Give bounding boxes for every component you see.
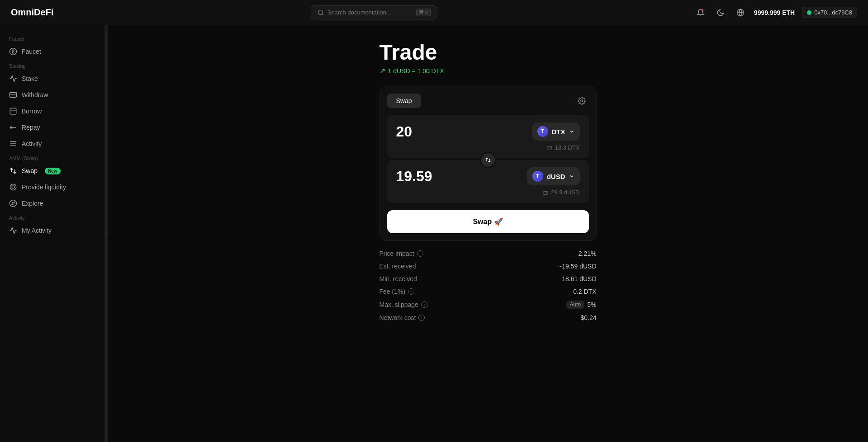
wallet-badge[interactable]: 0x70...dc79C8 — [802, 7, 857, 18]
to-amount-input[interactable]: 19.59 — [396, 168, 507, 185]
sidebar-item-borrow-label: Borrow — [22, 108, 42, 115]
sidebar-item-faucet[interactable]: Faucet — [0, 43, 104, 60]
circle-dollar-icon — [9, 47, 17, 56]
est-received-label: Est. received — [379, 263, 416, 270]
sidebar-section-staking: Staking — [0, 60, 104, 71]
wallet-balance-to-icon — [543, 190, 548, 195]
min-received-row: Min. received 18.61 dUSD — [379, 275, 597, 282]
to-token-selector[interactable]: T dUSD — [527, 167, 580, 185]
network-cost-label: Network cost i — [379, 314, 425, 321]
to-balance: 29.9 dUSD — [551, 189, 580, 196]
from-token-selector[interactable]: T DTX — [532, 122, 580, 141]
search-icon — [318, 9, 324, 16]
swap-arrows-icon — [485, 157, 491, 163]
sidebar-item-explore-label: Explore — [22, 200, 43, 207]
notification-icon[interactable] — [694, 6, 707, 19]
svg-point-0 — [318, 10, 322, 14]
sidebar-item-stake[interactable]: Stake — [0, 71, 104, 87]
gear-icon — [578, 97, 586, 105]
from-balance-row: 13.3 DTX — [396, 144, 580, 151]
sidebar-item-swap[interactable]: Swap New — [0, 163, 104, 179]
max-slippage-row: Max. slippage i Auto 5% — [379, 301, 597, 309]
max-slippage-info-icon[interactable]: i — [421, 301, 427, 308]
trade-header: Swap — [387, 94, 589, 108]
wallet-status-dot — [807, 10, 811, 15]
swap-action-button[interactable]: Swap 🚀 — [387, 210, 589, 233]
search-bar[interactable]: ⌘ k — [311, 5, 437, 19]
from-token-row: 20 T DTX — [396, 122, 580, 141]
network-cost-value: $0.24 — [580, 314, 596, 321]
from-amount-input[interactable]: 20 — [396, 123, 507, 140]
wallet-address: 0x70...dc79C8 — [814, 9, 852, 16]
sidebar-item-explore[interactable]: Explore — [0, 195, 104, 212]
fee-value: 0.2 DTX — [573, 288, 596, 295]
sidebar-section-my-activity: Activity — [0, 212, 104, 222]
svg-point-1 — [701, 9, 703, 11]
swap-tab-button[interactable]: Swap — [387, 94, 421, 108]
header: OmniDeFi ⌘ k 9999.999 ETH — [0, 0, 868, 25]
price-indicator: ↗ 1 dUSD = 1.00 DTX — [379, 66, 597, 75]
chevron-down-icon — [569, 129, 574, 134]
price-display: 1 dUSD = 1.00 DTX — [388, 67, 444, 75]
sidebar-item-my-activity[interactable]: My Activity — [0, 222, 104, 239]
borrow-icon — [9, 107, 17, 115]
main-content: Trade ↗ 1 dUSD = 1.00 DTX Swap — [108, 25, 868, 442]
network-cost-info-icon[interactable]: i — [418, 315, 425, 321]
stake-icon — [9, 75, 17, 83]
new-badge: New — [45, 168, 61, 174]
network-icon[interactable] — [734, 6, 747, 19]
swap-icon — [9, 167, 17, 175]
svg-point-12 — [10, 184, 16, 190]
slippage-auto-badge: Auto — [566, 301, 585, 309]
sidebar-item-withdraw[interactable]: Withdraw — [0, 87, 104, 103]
sidebar-item-repay[interactable]: Repay — [0, 119, 104, 136]
liquidity-icon — [9, 183, 17, 191]
sidebar-item-borrow[interactable]: Borrow — [0, 103, 104, 119]
fee-info-icon[interactable]: i — [408, 288, 414, 295]
svg-point-13 — [10, 200, 17, 207]
theme-toggle-icon[interactable] — [714, 6, 727, 19]
withdraw-icon — [9, 91, 17, 99]
price-impact-info-icon[interactable]: i — [417, 250, 423, 257]
search-input[interactable] — [327, 9, 413, 16]
fee-row: Fee (1%) i 0.2 DTX — [379, 288, 597, 295]
sidebar-section-amm: AMM (Swap) — [0, 152, 104, 163]
max-slippage-label: Max. slippage i — [379, 301, 427, 308]
sidebar-item-stake-label: Stake — [22, 75, 38, 82]
activity-icon — [9, 140, 17, 148]
est-received-row: Est. received ~19.59 dUSD — [379, 263, 597, 270]
sidebar-item-faucet-label: Faucet — [22, 48, 41, 55]
to-token-row: 19.59 T dUSD — [396, 167, 580, 185]
to-balance-row: 29.9 dUSD — [396, 189, 580, 196]
header-right: 9999.999 ETH 0x70...dc79C8 — [694, 6, 857, 19]
sidebar-item-provide-liquidity[interactable]: Provide liquidity — [0, 179, 104, 195]
svg-rect-6 — [10, 108, 16, 114]
explore-icon — [9, 199, 17, 207]
eth-balance: 9999.999 ETH — [754, 9, 795, 16]
min-received-value: 18.61 dUSD — [562, 275, 596, 282]
chevron-down-to-icon — [569, 174, 574, 179]
dusd-token-icon: T — [532, 171, 543, 182]
svg-rect-5 — [10, 93, 17, 98]
my-activity-icon — [9, 226, 17, 235]
min-received-label: Min. received — [379, 275, 417, 282]
from-balance: 13.3 DTX — [555, 144, 580, 151]
slippage-percent: 5% — [587, 301, 596, 308]
svg-marker-14 — [12, 202, 14, 205]
app-body: Faucet Faucet Staking Stake — [0, 25, 868, 442]
trade-info: Price impact i 2.21% Est. received ~19.5… — [379, 250, 597, 321]
max-slippage-value: Auto 5% — [566, 301, 597, 309]
network-cost-row: Network cost i $0.24 — [379, 314, 597, 321]
app-logo: OmniDeFi — [11, 7, 53, 18]
sidebar-item-activity[interactable]: Activity — [0, 136, 104, 152]
swap-direction-button[interactable] — [480, 152, 496, 168]
settings-button[interactable] — [574, 94, 589, 108]
sidebar: Faucet Faucet Staking Stake — [0, 25, 105, 442]
sidebar-item-provide-liquidity-label: Provide liquidity — [22, 183, 66, 191]
svg-point-15 — [580, 100, 583, 102]
est-received-value: ~19.59 dUSD — [558, 263, 596, 270]
wallet-balance-icon — [547, 145, 552, 150]
trade-card: Swap 20 T DTX — [379, 86, 597, 241]
price-trend-icon: ↗ — [379, 66, 385, 75]
page-title: Trade — [379, 40, 597, 65]
